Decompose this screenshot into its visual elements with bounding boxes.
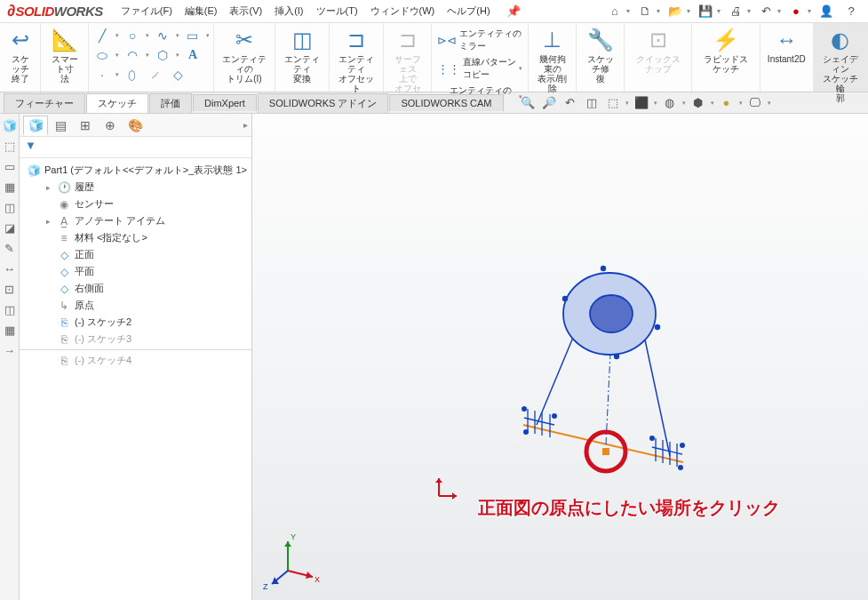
hide-show-icon[interactable]: ◍: [661, 95, 679, 111]
decal-icon[interactable]: 🖵: [746, 95, 764, 111]
tree-sensors[interactable]: ◉ センサー: [20, 196, 251, 212]
new-icon[interactable]: 🗋: [635, 3, 655, 20]
plane-icon[interactable]: ◇: [169, 66, 188, 84]
sketch-point[interactable]: [522, 406, 527, 412]
ribbon-instant2d[interactable]: ↔ Instant2D: [760, 23, 814, 92]
ribbon-constraints[interactable]: ⊥ 幾何拘束の 表示/削除: [529, 23, 577, 92]
sketch-edge[interactable]: [652, 447, 682, 454]
rail-dim-icon[interactable]: ↔: [4, 262, 15, 276]
linear-pattern-button[interactable]: ⋮⋮直線パターン コピー▾: [435, 55, 524, 82]
expand-icon[interactable]: ▸: [46, 217, 55, 226]
ribbon-trim[interactable]: ✂ エンティティの トリム(I): [214, 23, 275, 92]
view-triad[interactable]: X Y Z: [261, 522, 332, 593]
tab-sketch[interactable]: スケッチ: [86, 93, 148, 113]
sketch-point[interactable]: [552, 413, 557, 419]
prev-view-icon[interactable]: ↶: [561, 95, 579, 111]
tree-tab-property[interactable]: ⊞: [73, 116, 98, 135]
sketch-point[interactable]: [614, 354, 619, 359]
view-orient-icon[interactable]: ⬛: [633, 95, 650, 111]
tree-tab-feature[interactable]: 🧊: [23, 116, 48, 135]
tab-addins[interactable]: SOLIDWORKS アドイン: [258, 93, 389, 113]
tree-material[interactable]: ≡ 材料 <指定なし>: [20, 229, 251, 246]
sketch-circle-inner[interactable]: [590, 295, 633, 332]
home-icon[interactable]: ⌂: [605, 3, 625, 20]
tab-dimxpert[interactable]: DimXpert: [193, 94, 257, 111]
text-icon[interactable]: A: [183, 46, 203, 64]
rail-assembly-icon[interactable]: ⬚: [4, 140, 15, 153]
rail-sheetmetal-icon[interactable]: ◫: [4, 201, 15, 214]
help-icon[interactable]: ?: [841, 3, 861, 20]
menu-file[interactable]: ファイル(F): [115, 3, 178, 20]
tree-tab-target[interactable]: ⊕: [98, 116, 123, 135]
tab-features[interactable]: フィーチャー: [4, 93, 85, 113]
menu-insert[interactable]: 挿入(I): [269, 3, 308, 20]
menu-tools[interactable]: ツール(T): [311, 3, 363, 20]
sketch-point[interactable]: [601, 266, 606, 271]
sketch-point[interactable]: [655, 324, 660, 330]
sketch-point[interactable]: [678, 465, 683, 470]
ribbon-rapid[interactable]: ⚡ ラピッドスケッチ: [692, 23, 760, 92]
ellipse-icon[interactable]: ⬯: [123, 66, 142, 84]
zoom-area-icon[interactable]: 🔎: [540, 95, 558, 111]
tree-history[interactable]: ▸ 🕐 履歴: [20, 179, 251, 196]
tree-front-plane[interactable]: ◇ 正面: [20, 246, 251, 263]
ribbon-offset[interactable]: ⊐ エンティティ オフセット: [330, 23, 384, 92]
pin-icon[interactable]: 📌: [506, 4, 521, 18]
tree-sketch3[interactable]: ⎘ (-) スケッチ3: [20, 331, 251, 348]
tree-annotations[interactable]: ▸ A̲ アノテート アイテム: [20, 212, 251, 229]
scene-icon[interactable]: ⬢: [689, 95, 707, 111]
menu-edit[interactable]: 編集(E): [179, 3, 223, 20]
rail-mold-icon[interactable]: ◪: [4, 221, 15, 235]
tab-evaluate[interactable]: 評価: [149, 93, 192, 113]
tree-top-plane[interactable]: ◇ 平面: [20, 263, 251, 280]
tree-origin[interactable]: ↳ 原点: [20, 297, 251, 314]
polygon-icon[interactable]: ⬡: [153, 46, 172, 64]
tree-root[interactable]: 🧊 Part1 (デフォルト<<デフォルト>_表示状態 1>: [20, 162, 251, 179]
menu-help[interactable]: ヘルプ(H): [442, 3, 495, 20]
mirror-button[interactable]: ⊳⊲エンティティのミラー: [435, 27, 524, 53]
circle-icon[interactable]: ○: [123, 27, 142, 44]
ribbon-shaded[interactable]: ◐ シェイディン スケッチ輪 郭: [814, 23, 868, 92]
tree-right-plane[interactable]: ◇ 右側面: [20, 280, 251, 297]
tree-sketch4[interactable]: ⎘ (-) スケッチ4: [20, 352, 251, 369]
section-icon[interactable]: ◫: [583, 95, 601, 111]
rail-arrow-icon[interactable]: →: [4, 344, 15, 357]
slot-icon[interactable]: ⬭: [92, 46, 112, 64]
rail-weldment-icon[interactable]: ▦: [4, 180, 15, 194]
rect-icon[interactable]: ▭: [183, 27, 203, 44]
sketch-point[interactable]: [523, 429, 529, 435]
tree-dropdown-icon[interactable]: ▸: [243, 120, 248, 130]
rail-mate-icon[interactable]: ⊡: [4, 283, 14, 296]
menu-window[interactable]: ウィンドウ(W): [365, 3, 441, 20]
sketch-point[interactable]: [562, 296, 568, 301]
save-icon[interactable]: 💾: [696, 3, 715, 20]
rail-misc-icon[interactable]: ▦: [4, 324, 15, 337]
spline-icon[interactable]: ∿: [153, 27, 172, 44]
appearance-icon[interactable]: ●: [718, 95, 736, 111]
ribbon-convert[interactable]: ◫ エンティティ 変換: [275, 23, 330, 92]
sketch-point[interactable]: [680, 443, 685, 448]
sketch-point[interactable]: [649, 436, 655, 441]
tree-sketch2[interactable]: ⎘ (-) スケッチ2: [20, 314, 251, 331]
tree-tab-config[interactable]: ▤: [48, 116, 73, 135]
point-icon[interactable]: ·: [92, 66, 112, 84]
menu-view[interactable]: 表示(V): [224, 3, 267, 20]
rail-part-icon[interactable]: 🧊: [3, 119, 17, 132]
ribbon-smart-dimension[interactable]: 📐 スマート寸 法: [41, 23, 89, 92]
zoom-fit-icon[interactable]: 🔍: [519, 95, 537, 111]
tree-filter[interactable]: ▼: [20, 137, 251, 158]
display-style-icon[interactable]: ⬚: [604, 95, 622, 111]
rebuild-icon[interactable]: ●: [786, 3, 806, 20]
user-icon[interactable]: 👤: [816, 3, 836, 20]
tree-rollback-bar[interactable]: [20, 349, 251, 350]
graphics-viewport[interactable]: X Y Z 正面図の原点にしたい場所をクリック: [252, 114, 868, 600]
rail-sketch-icon[interactable]: ✎: [4, 242, 14, 255]
open-icon[interactable]: 📂: [665, 3, 685, 20]
undo-icon[interactable]: ↶: [756, 3, 776, 20]
line-icon[interactable]: ╱: [92, 27, 112, 44]
rail-eval-icon[interactable]: ◫: [4, 303, 15, 316]
print-icon[interactable]: 🖨: [726, 3, 745, 20]
arc-icon[interactable]: ◠: [123, 46, 142, 64]
tab-cam[interactable]: SOLIDWORKS CAM: [389, 94, 503, 111]
ribbon-repair[interactable]: 🔧 スケッチ修 復: [577, 23, 625, 92]
